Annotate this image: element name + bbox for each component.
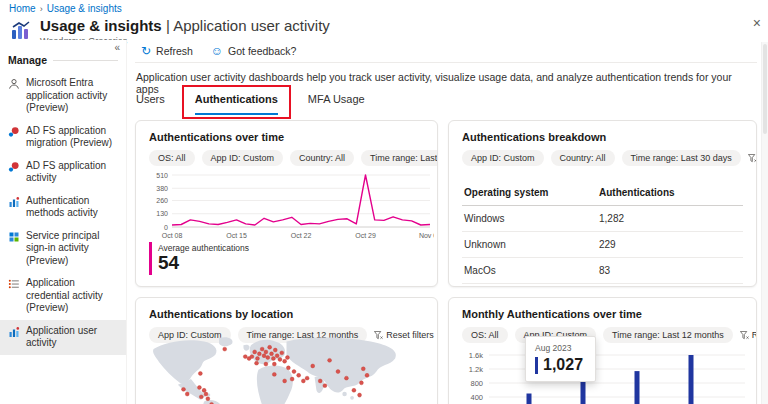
table-header-row: Operating system Authentications [462,180,743,206]
svg-text:380: 380 [156,185,168,192]
scrollbar-thumb[interactable] [763,44,767,134]
bar-chart-icon [8,326,20,338]
refresh-button[interactable]: ↻ Refresh [141,45,193,57]
filter-pill-appid[interactable]: App ID: Custom [202,150,284,166]
sidebar-item-application-user-activity[interactable]: Application user activity [0,320,126,355]
svg-text:510: 510 [156,172,168,179]
sidebar-item-label: Authentication methods activity [26,195,120,220]
sidebar-item-application-credential-activity[interactable]: Application credential activity (Preview… [0,272,126,320]
filter-pill-country[interactable]: Country: All [551,150,615,166]
usage-insights-icon [10,19,32,41]
sidebar-item-label: Microsoft Entra application activity (Pr… [26,77,120,115]
filter-pill-row: OS: All App ID: Custom Time range: Last … [462,327,743,343]
column-header-authentications: Authentications [599,187,741,198]
sidebar-item-label: Application user activity [26,325,120,350]
sidebar-item-label: Service principal sign-in activity (Prev… [26,230,120,268]
clear-filter-icon [740,331,749,340]
svg-text:Oct 22: Oct 22 [291,232,312,239]
filter-pill-os[interactable]: OS: All [149,150,195,166]
list-icon [8,278,20,290]
filter-pill-row: OS: All App ID: Custom Country: All Time… [149,150,424,166]
section-divider [53,60,118,61]
svg-text:1.2k: 1.2k [469,365,483,374]
breakdown-table: Operating system Authentications Windows… [462,180,743,284]
monthly-bar-chart[interactable]: 1.6k1.2k800400 [449,345,749,404]
tab-bar: Users Authentications MFA Usage [136,90,365,115]
svg-text:Oct 08: Oct 08 [162,232,183,239]
filter-pill-appid[interactable]: App ID: Custom [462,150,544,166]
vertical-scrollbar[interactable] [761,42,768,404]
filter-pill-os[interactable]: OS: All [462,327,508,343]
sidebar-section-manage: Manage [0,40,126,72]
tab-authentications[interactable]: Authentications [195,90,278,115]
got-feedback-button[interactable]: ☺ Got feedback? [211,45,297,57]
table-row: Unknown 229 [462,232,743,258]
svg-text:Oct 29: Oct 29 [355,232,376,239]
table-row: Windows 1,282 [462,206,743,232]
filter-pill-timerange[interactable]: Time range: Last 30 days [622,150,741,166]
card-title: Monthly Authentications over time [462,308,743,320]
card-monthly-authentications: Monthly Authentications over time OS: Al… [448,297,757,404]
card-title: Authentications over time [149,131,424,143]
card-title: Authentications breakdown [462,131,743,143]
breadcrumb: Home › Usage & insights [9,3,122,14]
sidebar-item-label: AD FS application migration (Preview) [26,125,120,150]
svg-text:0: 0 [164,224,168,231]
adfs-activity-icon [8,161,20,173]
svg-text:1.6k: 1.6k [469,351,483,360]
sidebar-item-authentication-methods-activity[interactable]: Authentication methods activity [0,190,126,225]
toolbar-divider [135,62,757,63]
card-authentications-by-location: Authentications by location App ID: Cust… [135,297,438,404]
svg-text:260: 260 [156,197,168,204]
service-principal-icon [8,231,20,243]
sidebar-item-label: Application credential activity (Preview… [26,277,120,315]
reset-filters-button[interactable]: Reset filters [748,153,757,163]
svg-text:130: 130 [156,210,168,217]
card-title: Authentications by location [149,308,424,320]
bar-chart-icon [8,196,20,208]
filter-pill-country[interactable]: Country: All [290,150,354,166]
command-bar: ↻ Refresh ☺ Got feedback? [141,45,296,57]
svg-text:Oct 15: Oct 15 [226,232,247,239]
reset-filters-button[interactable]: Reset filters [740,330,757,340]
filter-pill-timerange[interactable]: Time range: Last 30 days [361,150,438,166]
tab-users[interactable]: Users [136,90,165,113]
world-map[interactable] [146,336,427,404]
sidebar-item-adfs-application-migration[interactable]: AD FS application migration (Preview) [0,120,126,155]
filter-pill-row: App ID: Custom Country: All Time range: … [462,150,743,166]
breadcrumb-current-link[interactable]: Usage & insights [47,3,122,14]
breadcrumb-home-link[interactable]: Home [9,3,36,14]
refresh-icon: ↻ [141,45,151,57]
person-icon [8,78,20,90]
feedback-icon: ☺ [211,45,223,57]
card-authentications-over-time: Authentications over time OS: All App ID… [135,120,438,287]
table-row: MacOs 83 [462,258,743,284]
sidebar-item-service-principal-signin-activity[interactable]: Service principal sign-in activity (Prev… [0,225,126,273]
svg-text:Nov 05: Nov 05 [419,232,434,239]
collapse-sidebar-icon[interactable]: « [114,42,120,53]
average-authentications-kpi: Average authentications 54 [149,242,249,275]
svg-text:400: 400 [470,393,483,402]
authentications-line-chart[interactable]: 0130260380510Oct 08Oct 15Oct 22Oct 29Nov… [144,171,434,245]
breadcrumb-separator-icon: › [40,4,43,14]
filter-pill-timerange[interactable]: Time range: Last 12 months [603,327,733,343]
tooltip-accent-bar [535,357,538,374]
sidebar-item-adfs-application-activity[interactable]: AD FS application activity [0,155,126,190]
sidebar-item-label: AD FS application activity [26,160,120,185]
sidebar: « Manage Microsoft Entra application act… [0,40,127,404]
close-icon[interactable]: × [753,16,761,30]
column-header-os: Operating system [464,187,599,198]
adfs-migration-icon [8,126,20,138]
page-title: Usage & insights | Application user acti… [40,17,330,34]
svg-text:800: 800 [470,379,483,388]
card-authentications-breakdown: Authentications breakdown App ID: Custom… [448,120,757,287]
chart-tooltip: Aug 2023 1,027 [525,336,596,382]
tab-mfa-usage[interactable]: MFA Usage [308,90,365,113]
clear-filter-icon [748,154,757,163]
sidebar-item-entra-application-activity[interactable]: Microsoft Entra application activity (Pr… [0,72,126,120]
